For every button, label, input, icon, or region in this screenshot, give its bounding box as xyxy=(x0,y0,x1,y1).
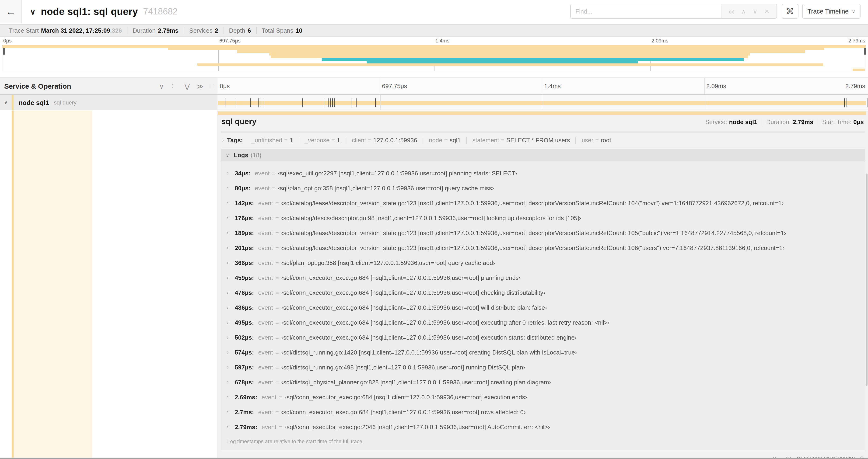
log-timestamp: 34μs: xyxy=(235,170,251,176)
log-equals: = xyxy=(275,259,279,266)
timeline-tick-label: 697.75μs xyxy=(382,83,407,90)
log-value: ‹sql/plan_opt.go:358 [nsql1,client=127.0… xyxy=(281,259,495,266)
tags-label: Tags: xyxy=(227,137,243,144)
log-marker xyxy=(356,98,357,107)
tag-value: 1 xyxy=(337,137,340,144)
command-icon: ⌘ xyxy=(786,6,794,16)
view-dropdown-button[interactable]: Trace Timeline ∨ xyxy=(802,4,861,19)
chevron-right-icon: › xyxy=(227,215,235,221)
log-entry[interactable]: ›176μs:event=‹sql/catalog/descs/descript… xyxy=(221,210,865,225)
tag-key: _verbose xyxy=(305,137,330,144)
detail-left-column xyxy=(0,110,217,458)
detail-header: sql query Service:node sql1 Duration:2.7… xyxy=(221,117,865,126)
log-entry[interactable]: ›80μs:event=‹sql/plan_opt.go:358 [nsql1,… xyxy=(221,181,865,195)
chevron-right-icon: › xyxy=(227,424,235,430)
log-entry[interactable]: ›574μs:event=‹sql/distsql_running.go:142… xyxy=(221,345,865,360)
expand-all-icon[interactable]: ≫ xyxy=(197,82,204,90)
trace-title-block: ∨ node sql1: sql query 7418682 xyxy=(30,0,178,23)
tag-value: root xyxy=(600,137,611,144)
log-entry[interactable]: ›2.69ms:event=‹sql/conn_executor_exec.go… xyxy=(221,390,865,404)
service-operation-header: Service & Operation ∨ 〉 ⋁ ≫ | | xyxy=(0,78,217,94)
minimap-span xyxy=(271,56,748,58)
log-entry[interactable]: ›2.79ms:event=‹sql/conn_executor_exec.go… xyxy=(221,419,865,434)
log-field-name: event xyxy=(258,334,273,341)
log-entry[interactable]: ›201μs:event=‹sql/catalog/lease/descript… xyxy=(221,240,865,255)
log-value: ‹sql/catalog/lease/descriptor_version_st… xyxy=(281,199,783,206)
trace-summary-bar: Trace StartMarch 31 2022, 17:25:09.326 D… xyxy=(0,24,868,37)
minimap-tick-label: 1.4ms xyxy=(435,38,450,43)
log-entry[interactable]: ›476μs:event=‹sql/conn_executor_exec.go:… xyxy=(221,285,865,300)
log-entry[interactable]: ›502μs:event=‹sql/conn_executor_exec.go:… xyxy=(221,330,865,345)
back-button[interactable]: ← xyxy=(0,0,22,23)
collapse-all-icon[interactable]: ⋁ xyxy=(185,82,190,90)
timeline-tick-label: 1.4ms xyxy=(544,83,561,90)
log-timestamp: 142μs: xyxy=(235,199,254,206)
row-gridline xyxy=(380,95,380,110)
log-value: ‹sql/conn_executor_exec.go:2046 [nsql1,c… xyxy=(285,423,550,430)
span-row-label[interactable]: ∨ node sql1 sql query xyxy=(0,95,217,110)
log-entry[interactable]: ›34μs:event=‹sql/exec_util.go:2297 [nsql… xyxy=(221,166,865,181)
log-entry[interactable]: ›366μs:event=‹sql/plan_opt.go:358 [nsql1… xyxy=(221,255,865,270)
log-equals: = xyxy=(275,274,279,281)
logs-header[interactable]: ∨ Logs (18) xyxy=(221,149,865,161)
span-detail-card: sql query Service:node sql1 Duration:2.7… xyxy=(221,117,865,459)
log-field-name: event xyxy=(258,244,273,251)
log-timestamp: 201μs: xyxy=(235,244,254,251)
minimap-tick-label: 0μs xyxy=(3,38,12,43)
log-entry[interactable]: ›486μs:event=‹sql/conn_executor_exec.go:… xyxy=(221,300,865,315)
log-marker xyxy=(846,98,847,107)
span-duration-bar[interactable] xyxy=(218,101,866,105)
log-entry[interactable]: ›459μs:event=‹sql/conn_executor_exec.go:… xyxy=(221,270,865,285)
span-row-timeline[interactable] xyxy=(217,95,868,110)
log-equals: = xyxy=(275,289,279,296)
prev-match-icon[interactable]: ∧ xyxy=(741,8,746,15)
log-entry[interactable]: ›495μs:event=‹sql/conn_executor_exec.go:… xyxy=(221,315,865,330)
minimap-canvas[interactable] xyxy=(2,45,866,71)
trace-services: Services2 xyxy=(184,27,224,34)
log-equals: = xyxy=(275,214,279,221)
log-equals: = xyxy=(275,319,279,326)
keyboard-shortcuts-button[interactable]: ⌘ xyxy=(782,4,799,19)
ruler-gridline xyxy=(704,78,705,94)
log-timestamp: 597μs: xyxy=(235,364,254,371)
tag-key: client xyxy=(352,137,366,144)
log-entry[interactable]: ›2.7ms:event=‹sql/conn_executor_exec.go:… xyxy=(221,404,865,419)
log-marker xyxy=(302,98,303,107)
tree-toggle-buttons: ∨ 〉 ⋁ ≫ xyxy=(159,82,209,90)
locate-icon[interactable]: ◎ xyxy=(729,8,734,15)
collapse-one-icon[interactable]: ∨ xyxy=(159,82,164,90)
log-entry[interactable]: ›597μs:event=‹sql/distsql_running.go:498… xyxy=(221,360,865,374)
log-value: ‹sql/exec_util.go:2297 [nsql1,client=127… xyxy=(278,170,517,176)
tag-value: SELECT * FROM users xyxy=(506,137,570,144)
detail-start-time: Start Time:0μs xyxy=(818,119,865,126)
minimap-span xyxy=(2,45,866,48)
log-value: ‹sql/catalog/descs/descriptor.go:98 [nsq… xyxy=(281,214,581,221)
find-input[interactable] xyxy=(571,4,721,18)
chevron-right-icon: › xyxy=(227,394,235,400)
column-resize-handle[interactable]: | | xyxy=(209,83,217,89)
log-value: ‹sql/catalog/lease/descriptor_version_st… xyxy=(281,229,786,236)
log-equals: = xyxy=(275,379,279,386)
log-timestamp: 502μs: xyxy=(235,334,254,341)
row-collapse-icon[interactable]: ∨ xyxy=(0,99,12,105)
log-field-name: event xyxy=(258,289,273,296)
trace-collapse-icon[interactable]: ∨ xyxy=(30,7,36,17)
top-bar: ← ∨ node sql1: sql query 7418682 ◎ ∧ ∨ ✕… xyxy=(0,0,868,23)
log-value: ‹sql/distsql_running.go:1420 [nsql1,clie… xyxy=(281,349,577,356)
log-marker xyxy=(236,98,236,107)
chevron-right-icon: › xyxy=(227,379,235,385)
log-timestamp: 189μs: xyxy=(235,229,254,236)
log-marker xyxy=(375,98,376,107)
clear-search-icon[interactable]: ✕ xyxy=(765,8,770,15)
log-entry[interactable]: ›142μs:event=‹sql/catalog/lease/descript… xyxy=(221,195,865,210)
log-value: ‹sql/conn_executor_exec.go:684 [nsql1,cl… xyxy=(281,289,545,296)
expand-one-icon[interactable]: 〉 xyxy=(171,82,178,90)
next-match-icon[interactable]: ∨ xyxy=(753,8,757,15)
vertical-scrollbar[interactable] xyxy=(866,173,868,386)
log-entry[interactable]: ›189μs:event=‹sql/catalog/lease/descript… xyxy=(221,225,865,240)
tags-row[interactable]: › Tags: _unfinished=1_verbose=1client=12… xyxy=(222,137,865,144)
trace-minimap: 0μs697.75μs1.4ms2.09ms2.79ms xyxy=(0,37,868,74)
log-timestamp: 2.69ms: xyxy=(235,393,257,400)
log-entry[interactable]: ›678μs:event=‹sql/distsql_physical_plann… xyxy=(221,374,865,390)
detail-title: sql query xyxy=(221,117,256,126)
